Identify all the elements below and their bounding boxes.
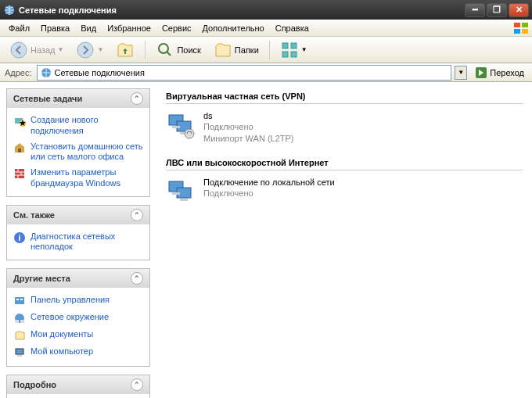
panel-title: Другие места xyxy=(13,274,70,283)
client-area: Сетевые задачи ⌃ ★ Создание нового подкл… xyxy=(0,82,532,398)
home-network-icon xyxy=(13,142,26,154)
connection-status: Подключено xyxy=(203,188,335,199)
connection-item[interactable]: ds Подключено Минипорт WAN (L2TP) xyxy=(166,110,523,144)
place-my-computer[interactable]: Мой компьютер xyxy=(13,344,143,361)
panel-body: Панель управления Сетевое окружение Мои … xyxy=(7,288,149,366)
documents-icon xyxy=(13,329,26,342)
svg-point-33 xyxy=(185,129,194,138)
menu-tools[interactable]: Сервис xyxy=(156,22,197,34)
menu-advanced[interactable]: Дополнительно xyxy=(197,22,270,34)
search-button[interactable]: Поиск xyxy=(151,38,205,62)
other-places-panel: Другие места ⌃ Панель управления Сетевое… xyxy=(6,268,150,367)
folders-label: Папки xyxy=(235,45,259,55)
folder-up-icon xyxy=(116,41,135,59)
toolbar: Назад ▼ ▼ Поиск Папки ▼ xyxy=(0,37,532,63)
panel-title: Подробно xyxy=(13,380,56,389)
svg-rect-10 xyxy=(282,52,288,57)
svg-rect-25 xyxy=(15,320,19,323)
menu-help[interactable]: Справка xyxy=(270,22,315,34)
menu-edit[interactable]: Правка xyxy=(35,22,75,34)
task-label: Установить домашнюю сеть или сеть малого… xyxy=(31,142,143,163)
toolbar-separator xyxy=(269,41,270,59)
panel-header[interactable]: Другие места ⌃ xyxy=(7,269,149,288)
chevron-down-icon: ▼ xyxy=(301,46,307,53)
menubar: Файл Правка Вид Избранное Сервис Дополни… xyxy=(0,20,532,37)
network-connections-icon xyxy=(3,4,16,16)
svg-rect-27 xyxy=(16,349,23,354)
place-control-panel[interactable]: Панель управления xyxy=(13,292,143,310)
svg-rect-36 xyxy=(172,192,180,195)
connection-item[interactable]: Подключение по локальной сети Подключено xyxy=(166,177,523,208)
place-network-places[interactable]: Сетевое окружение xyxy=(13,310,143,327)
forward-button[interactable]: ▼ xyxy=(71,38,108,62)
address-field[interactable]: Сетевые подключения xyxy=(37,65,452,81)
svg-rect-18 xyxy=(15,169,24,178)
svg-point-5 xyxy=(11,42,27,58)
search-label: Поиск xyxy=(177,45,200,55)
back-label: Назад xyxy=(31,45,56,55)
task-diagnostics[interactable]: i Диагностика сетевых неполадок xyxy=(13,229,143,256)
back-button[interactable]: Назад ▼ xyxy=(5,38,68,62)
go-button[interactable]: Переход xyxy=(470,65,529,81)
panel-title: См. также xyxy=(13,210,55,220)
task-firewall[interactable]: Изменить параметры брандмаузра Windows xyxy=(13,165,143,192)
network-tasks-panel: Сетевые задачи ⌃ ★ Создание нового подкл… xyxy=(6,88,150,197)
lan-connection-icon xyxy=(166,177,197,208)
svg-rect-9 xyxy=(291,43,297,48)
window-title: Сетевые подключения xyxy=(19,5,463,15)
see-also-panel: См. также ⌃ i Диагностика сетевых непола… xyxy=(6,205,150,261)
svg-rect-4 xyxy=(522,29,528,34)
close-button[interactable]: ✕ xyxy=(509,3,529,17)
toolbar-separator xyxy=(145,41,146,59)
vpn-connection-icon xyxy=(166,110,197,142)
search-icon xyxy=(156,41,174,59)
views-icon xyxy=(280,41,299,59)
panel-header[interactable]: Подробно ⌃ xyxy=(7,375,149,394)
go-label: Переход xyxy=(490,68,524,77)
chevron-down-icon: ▼ xyxy=(58,46,64,53)
menu-favorites[interactable]: Избранное xyxy=(102,22,156,34)
panel-header[interactable]: Сетевые задачи ⌃ xyxy=(7,89,149,108)
svg-rect-37 xyxy=(180,199,188,201)
svg-rect-21 xyxy=(15,297,24,304)
go-icon xyxy=(475,66,487,79)
views-button[interactable]: ▼ xyxy=(275,38,312,62)
task-label: Диагностика сетевых неполадок xyxy=(31,231,143,253)
up-button[interactable] xyxy=(111,38,139,62)
task-label: Сетевое окружение xyxy=(31,312,109,323)
task-home-network[interactable]: Установить домашнюю сеть или сеть малого… xyxy=(13,139,143,166)
minimize-button[interactable]: ━ xyxy=(465,3,485,17)
panel-body: ★ Создание нового подключения Установить… xyxy=(7,108,149,196)
panel-header[interactable]: См. также ⌃ xyxy=(7,206,149,224)
network-places-icon xyxy=(13,312,26,324)
svg-rect-17 xyxy=(18,149,21,152)
chevron-down-icon: ▼ xyxy=(97,46,103,53)
folders-button[interactable]: Папки xyxy=(209,38,264,62)
new-connection-icon: ★ xyxy=(13,115,26,127)
address-label: Адрес: xyxy=(3,68,34,77)
connection-name: ds xyxy=(203,110,294,121)
task-label: Панель управления xyxy=(31,295,110,306)
back-icon xyxy=(9,41,28,59)
titlebar: Сетевые подключения ━ ❐ ✕ xyxy=(0,0,532,20)
maximize-button[interactable]: ❐ xyxy=(487,3,507,17)
svg-rect-3 xyxy=(514,29,520,34)
panel-title: Сетевые задачи xyxy=(13,94,82,103)
place-my-documents[interactable]: Мои документы xyxy=(13,327,143,344)
svg-rect-31 xyxy=(172,126,180,128)
collapse-icon: ⌃ xyxy=(131,209,143,221)
address-dropdown-button[interactable]: ▼ xyxy=(455,66,467,80)
svg-text:★: ★ xyxy=(19,118,26,127)
collapse-icon: ⌃ xyxy=(131,272,143,285)
sidebar: Сетевые задачи ⌃ ★ Создание нового подкл… xyxy=(0,82,156,398)
info-icon: i xyxy=(13,231,26,244)
menu-file[interactable]: Файл xyxy=(3,22,35,34)
connection-name: Подключение по локальной сети xyxy=(203,177,335,188)
menu-view[interactable]: Вид xyxy=(75,22,102,34)
connection-device: Минипорт WAN (L2TP) xyxy=(203,133,294,144)
task-new-connection[interactable]: ★ Создание нового подключения xyxy=(13,113,143,139)
control-panel-icon xyxy=(13,295,26,307)
computer-icon xyxy=(13,346,26,359)
addressbar: Адрес: Сетевые подключения ▼ Переход xyxy=(0,63,532,82)
svg-rect-22 xyxy=(16,299,19,300)
